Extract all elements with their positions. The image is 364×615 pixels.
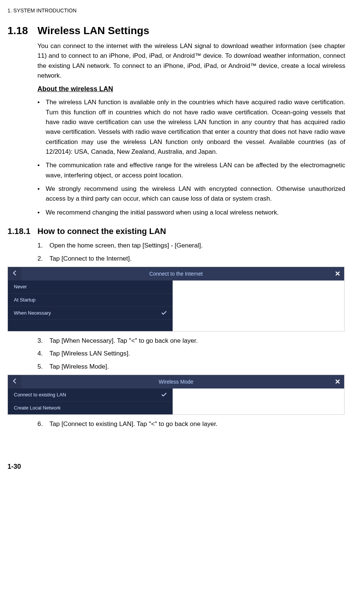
- panel-title: Connect to the Internet: [21, 271, 331, 277]
- section-heading: 1.18 Wireless LAN Settings: [7, 25, 345, 37]
- list-item: 3.Tap [When Necessary]. Tap "<" to go ba…: [37, 336, 345, 346]
- connect-to-internet-panel: Connect to the Internet ✕ Never At Start…: [7, 267, 345, 332]
- close-button[interactable]: ✕: [331, 375, 344, 388]
- bullet-text: We recommend changing the initial passwo…: [46, 208, 279, 218]
- list-item: •The communication rate and effective ra…: [37, 160, 345, 180]
- option-label: At Startup: [14, 297, 36, 303]
- check-icon: [161, 310, 167, 316]
- list-item: 4.Tap [Wireless LAN Settings].: [37, 349, 345, 358]
- chevron-left-icon: [13, 378, 16, 385]
- step-text: Tap [Wireless LAN Settings].: [49, 349, 130, 358]
- panel-filler-white: [173, 388, 344, 414]
- panel-title: Wireless Mode: [21, 379, 331, 385]
- option-at-startup[interactable]: At Startup: [8, 294, 173, 307]
- about-heading: About the wireless LAN: [37, 85, 345, 93]
- steps-list-b: 3.Tap [When Necessary]. Tap "<" to go ba…: [37, 336, 345, 372]
- list-item: 6.Tap [Connect to existing LAN]. Tap "<"…: [37, 419, 345, 429]
- step-text: Tap [When Necessary]. Tap "<" to go back…: [49, 336, 198, 346]
- chevron-left-icon: [13, 270, 16, 277]
- option-label: Create Local Network: [14, 405, 61, 411]
- step-text: Open the home screen, then tap [Settings…: [49, 241, 203, 250]
- step-text: Tap [Connect to existing LAN]. Tap "<" t…: [49, 419, 218, 429]
- subsection-number: 1.18.1: [7, 226, 37, 236]
- option-label: Connect to existing LAN: [14, 392, 66, 398]
- panel-filler-dark: [8, 320, 173, 331]
- section-title: Wireless LAN Settings: [37, 25, 149, 37]
- option-list: Connect to existing LAN Create Local Net…: [8, 388, 173, 414]
- panel-titlebar: Wireless Mode ✕: [8, 375, 344, 388]
- list-item: 5.Tap [Wireless Mode].: [37, 362, 345, 372]
- check-icon: [161, 392, 167, 398]
- panel-titlebar: Connect to the Internet ✕: [8, 267, 344, 280]
- option-list: Never At Startup When Necessary: [8, 280, 173, 331]
- running-header: 1. SYSTEM INTRODUCTION: [7, 8, 345, 14]
- option-label: When Necessary: [14, 310, 51, 316]
- steps-list-c: 6.Tap [Connect to existing LAN]. Tap "<"…: [37, 419, 345, 429]
- step-text: Tap [Wireless Mode].: [49, 362, 109, 372]
- list-item: •The wireless LAN function is available …: [37, 98, 345, 157]
- wireless-mode-panel: Wireless Mode ✕ Connect to existing LAN …: [7, 375, 345, 415]
- steps-list-a: 1.Open the home screen, then tap [Settin…: [37, 241, 345, 264]
- page-number: 1-30: [7, 463, 345, 471]
- option-label: Never: [14, 284, 27, 290]
- option-connect-existing-lan[interactable]: Connect to existing LAN: [8, 388, 173, 402]
- about-bullet-list: •The wireless LAN function is available …: [37, 98, 345, 218]
- section-number: 1.18: [7, 25, 37, 37]
- bullet-text: We strongly recommend using the wireless…: [46, 184, 345, 204]
- close-icon: ✕: [335, 270, 340, 278]
- option-create-local-network[interactable]: Create Local Network: [8, 402, 173, 414]
- subsection-heading: 1.18.1 How to connect the existing LAN: [7, 226, 345, 236]
- list-item: •We recommend changing the initial passw…: [37, 208, 345, 218]
- subsection-title: How to connect the existing LAN: [37, 226, 166, 236]
- step-text: Tap [Connect to the Internet].: [49, 254, 131, 264]
- panel-filler-white: [173, 280, 344, 331]
- list-item: 1.Open the home screen, then tap [Settin…: [37, 241, 345, 250]
- option-never[interactable]: Never: [8, 280, 173, 294]
- bullet-text: The wireless LAN function is available o…: [46, 98, 345, 157]
- close-button[interactable]: ✕: [331, 267, 344, 280]
- list-item: 2.Tap [Connect to the Internet].: [37, 254, 345, 264]
- option-when-necessary[interactable]: When Necessary: [8, 307, 173, 320]
- close-icon: ✕: [335, 378, 340, 386]
- list-item: •We strongly recommend using the wireles…: [37, 184, 345, 204]
- bullet-text: The communication rate and effective ran…: [46, 160, 345, 180]
- back-button[interactable]: [8, 375, 21, 388]
- back-button[interactable]: [8, 267, 21, 280]
- section-intro: You can connect to the internet with the…: [37, 41, 345, 81]
